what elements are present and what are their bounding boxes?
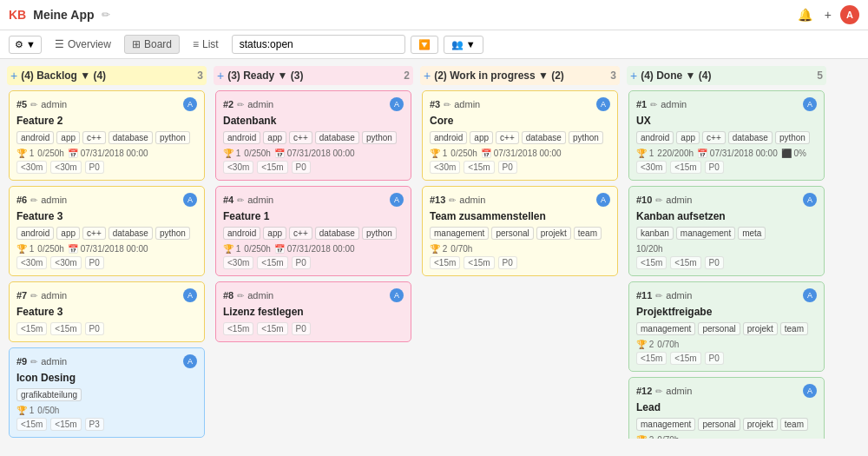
card-tags: androidappc++databasepython <box>223 131 404 144</box>
col-add-button-ready[interactable]: + <box>217 69 224 83</box>
card-edit-icon[interactable]: ✏ <box>650 100 657 109</box>
add-button[interactable]: + <box>821 6 835 23</box>
table-row[interactable]: #13 ✏ admin A Team zusammenstellen manag… <box>422 186 618 276</box>
col-add-button-wip[interactable]: + <box>424 69 431 83</box>
card-edit-icon[interactable]: ✏ <box>30 195 37 205</box>
avatar: A <box>803 288 817 302</box>
time-badge: <30m <box>16 256 47 269</box>
card-header: #2 ✏ admin A <box>223 97 404 111</box>
card-edit-icon[interactable]: ✏ <box>449 195 456 205</box>
card-meta: 🏆 10/250h📅 07/31/2018 00:00 <box>16 244 197 254</box>
hours-badge: 0/70h <box>657 340 679 349</box>
card-edit-icon[interactable]: ✏ <box>655 387 662 396</box>
table-row[interactable]: #7 ✏ admin A Feature 3 <15m<15mP0 <box>9 281 205 342</box>
date-badge: 📅 07/31/2018 00:00 <box>68 244 148 254</box>
tag: c++ <box>702 131 726 144</box>
card-tags: managementpersonalprojektteam <box>430 227 610 240</box>
table-row[interactable]: #9 ✏ admin A Icon Desing grafikabteilung… <box>9 347 205 438</box>
card-edit-icon[interactable]: ✏ <box>237 195 244 205</box>
tag: team <box>780 322 808 335</box>
card-user: admin <box>459 195 485 205</box>
column-wip: + (2) Work in progress ▼ (2) 3 #3 ✏ admi… <box>420 66 620 439</box>
overview-nav-button[interactable]: ☰ Overview <box>47 35 119 54</box>
tag: app <box>676 131 700 144</box>
card-footer: <15m<15mP0 <box>223 322 404 335</box>
card-edit-icon[interactable]: ✏ <box>30 357 37 367</box>
user-avatar-button[interactable]: A <box>840 5 859 24</box>
card-tags: androidappc++databasepython <box>16 131 197 144</box>
tag: c++ <box>82 227 106 240</box>
time-badge: <15m <box>464 161 494 174</box>
card-user: admin <box>666 290 692 301</box>
table-row[interactable]: #6 ✏ admin A Feature 3 androidappc++data… <box>9 186 205 276</box>
avatar: A <box>183 97 197 111</box>
avatar: A <box>803 97 817 111</box>
time-badge: <15m <box>430 256 460 269</box>
card-edit-icon[interactable]: ✏ <box>30 291 37 301</box>
card-user: admin <box>661 99 687 109</box>
user-filter-button[interactable]: 👥 ▼ <box>444 36 483 54</box>
tag: android <box>16 131 54 144</box>
avatar: A <box>183 354 197 368</box>
time-badge: <15m <box>50 418 81 431</box>
card-id: #8 <box>223 290 233 301</box>
card-header: #4 ✏ admin A <box>223 193 404 207</box>
trophy-icon: 🏆 2 <box>430 244 447 254</box>
card-edit-icon[interactable]: ✏ <box>655 195 662 205</box>
tag: android <box>16 227 54 240</box>
card-title: Feature 1 <box>223 210 404 222</box>
tag: management <box>430 227 489 240</box>
table-row[interactable]: #10 ✏ admin A Kanban aufsetzen kanbanman… <box>628 186 825 276</box>
table-row[interactable]: #1 ✏ admin A UX androidappc++databasepyt… <box>628 90 825 181</box>
tag: database <box>728 131 773 144</box>
gear-dropdown-button[interactable]: ⚙ ▼ <box>9 36 42 54</box>
notification-bell-button[interactable]: 🔔 <box>794 6 816 23</box>
col-add-button-backlog[interactable]: + <box>10 69 17 83</box>
trophy-icon: 🏆 1 <box>223 149 240 158</box>
card-meta: 🏆 20/70h <box>636 340 817 349</box>
card-user: admin <box>666 195 692 205</box>
table-row[interactable]: #12 ✏ admin A Lead managementpersonalpro… <box>628 377 825 439</box>
card-tags: androidappc++databasepython <box>430 131 610 144</box>
time-badge: <15m <box>257 256 287 269</box>
card-title: Kanban aufsetzen <box>636 210 817 222</box>
time-badge: <30m <box>50 256 81 269</box>
card-edit-icon[interactable]: ✏ <box>237 291 244 301</box>
card-title: Core <box>430 115 610 127</box>
card-header: #12 ✏ admin A <box>636 384 817 398</box>
trophy-icon: 🏆 1 <box>636 149 654 158</box>
tag: c++ <box>289 131 312 144</box>
card-edit-icon[interactable]: ✏ <box>237 100 244 109</box>
table-row[interactable]: #5 ✏ admin A Feature 2 androidappc++data… <box>9 90 205 181</box>
table-row[interactable]: #3 ✏ admin A Core androidappc++databasep… <box>422 90 618 181</box>
table-row[interactable]: #2 ✏ admin A Datenbank androidappc++data… <box>215 90 411 181</box>
card-title: Datenbank <box>223 115 404 127</box>
col-add-button-done[interactable]: + <box>630 69 637 83</box>
card-edit-icon[interactable]: ✏ <box>444 100 450 109</box>
col-title-wip: (2) Work in progress ▼ (2) <box>434 69 607 82</box>
card-meta: 🏆 10/50h <box>16 406 197 415</box>
tag: android <box>223 227 260 240</box>
filter-button[interactable]: 🔽 <box>411 36 438 54</box>
trophy-icon: 🏆 1 <box>16 406 34 415</box>
tag: database <box>108 227 153 240</box>
cards-container-done: #1 ✏ admin A UX androidappc++databasepyt… <box>627 89 826 439</box>
table-row[interactable]: #4 ✏ admin A Feature 1 androidappc++data… <box>215 186 411 276</box>
tag: kanban <box>636 227 674 240</box>
search-input[interactable] <box>232 35 405 54</box>
priority-badge: P0 <box>85 161 104 174</box>
col-num-done: 5 <box>817 69 823 82</box>
card-header: #7 ✏ admin A <box>16 288 197 302</box>
tag: python <box>155 227 190 240</box>
table-row[interactable]: #11 ✏ admin A Projektfreigabe management… <box>628 281 825 372</box>
card-edit-icon[interactable]: ✏ <box>655 291 662 301</box>
table-row[interactable]: #8 ✏ admin A Lizenz festlegen <15m<15mP0 <box>215 281 411 342</box>
card-footer: <15m<15mP0 <box>636 256 817 269</box>
time-badge: <15m <box>257 161 287 174</box>
board-nav-button[interactable]: ⊞ Board <box>124 35 180 54</box>
priority-badge: P0 <box>292 322 311 335</box>
list-nav-button[interactable]: ≡ List <box>185 35 227 54</box>
card-id: #7 <box>16 290 27 301</box>
column-ready: + (3) Ready ▼ (3) 2 #2 ✏ admin A Datenba… <box>214 66 413 439</box>
card-edit-icon[interactable]: ✏ <box>30 100 37 109</box>
